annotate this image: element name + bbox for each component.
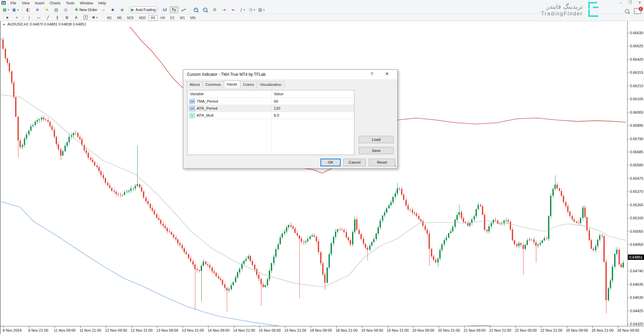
timeframe-w1[interactable]: W1 [178,15,187,21]
price-axis-border [627,21,628,326]
mql5-book-button[interactable]: ▱ [99,6,108,13]
strategy-tester-button[interactable]: ◎ [61,6,70,13]
variable-value[interactable]: 60 [271,98,354,105]
horizontal-line-icon: — [37,15,41,19]
time-tick [106,326,106,328]
terminal-button[interactable]: ▤ [52,6,61,13]
data-window-button[interactable]: ⊕ [33,6,42,13]
input-row-atr_mult[interactable]: ½ATR_Mult8.0 [188,112,354,119]
indicators-list-button[interactable]: ƒ▼ [239,6,247,13]
ok-button[interactable]: OK [320,159,341,166]
time-tick [234,326,234,328]
bar-chart-button[interactable] [160,6,169,13]
minimize-button[interactable]: – [618,0,624,5]
timeframe-h1[interactable]: H1 [149,15,158,21]
brand-text-farsi: تریدینگ فایندر [541,3,583,10]
text-label-tool-button[interactable]: T [81,14,90,21]
tab-about[interactable]: About [187,81,203,88]
time-axis-label: 19 Nov 09:00 [361,328,383,332]
new-chart-button[interactable]: ▦▼ [2,6,10,13]
time-tick [157,326,157,328]
search-icon[interactable] [625,9,629,13]
variable-value[interactable]: 8.0 [271,112,354,119]
timeframe-m30[interactable]: M30 [137,15,148,21]
tab-common[interactable]: Common [202,81,224,88]
timeframe-m15[interactable]: M15 [125,15,136,21]
terminal-icon: ▤ [54,7,58,12]
tab-visualization[interactable]: Visualization [257,81,284,88]
chevron-down-icon[interactable]: ▼ [3,23,5,26]
timeframe-d1[interactable]: D1 [168,15,177,21]
variable-value[interactable]: 120 [271,105,354,112]
price-tick [627,112,629,113]
trend-line-tool-button[interactable]: ╱ [44,14,52,21]
help-button[interactable]: ? [368,71,376,76]
chart-shift-button[interactable]: ⇤ [229,6,238,13]
menu-charts[interactable]: Charts [47,0,63,6]
menu-view[interactable]: View [19,0,33,6]
menu-window[interactable]: Window [77,0,96,6]
templates-button[interactable]: ▧▼ [257,6,266,13]
horizontal-line-tool-button[interactable]: — [34,14,43,21]
menu-file[interactable]: File [8,0,19,6]
text-tool-button[interactable]: A [72,14,81,21]
periods-button[interactable]: ◷▼ [248,6,257,13]
autotrading-button[interactable]: ▶AutoTrading [130,6,157,13]
timeframe-h4[interactable]: H4 [158,15,167,21]
input-row-tma_period[interactable]: 123TMA_Period60 [188,98,354,105]
dropdown-caret-icon: ▼ [96,16,98,19]
tile-windows-icon: ⊞ [213,7,216,12]
resize-grip[interactable] [394,165,397,168]
price-tick [627,205,629,205]
equidistant-channel-tool-button[interactable]: ∥ [53,14,62,21]
cursor-tool-button[interactable]: ➤ [3,14,12,21]
mt4-window: { "menu": {"items": ["File","View","Inse… [0,0,644,334]
restore-button[interactable]: ❐ [627,0,633,5]
navigator-button[interactable]: ★ [43,6,51,13]
price-tick [627,33,629,33]
save-button[interactable]: Save [359,147,394,154]
profiles-button[interactable]: ▣▼ [11,6,20,13]
arrows-tool-button[interactable]: ✥▼ [91,14,99,21]
timeframe-m5[interactable]: M5 [115,15,124,21]
dialog-close-icon[interactable]: ✕ [383,71,391,76]
time-axis-label: 21 Nov 21:00 [489,328,511,332]
timeframe-m1[interactable]: M1 [105,15,114,21]
load-button[interactable]: Load [359,136,394,143]
tab-inputs[interactable]: Inputs [224,80,240,88]
candle-chart-button[interactable] [170,6,179,13]
crosshair-icon: + [16,15,18,19]
auto-scroll-button[interactable]: ⇥ [220,6,229,13]
timeframe-mn[interactable]: MN [188,15,198,21]
menu-help[interactable]: Help [96,0,109,6]
new-order-button[interactable]: ✚New Order [74,6,98,13]
fibonacci-tool-button[interactable]: ≣ [62,14,71,21]
vertical-line-tool-button[interactable]: | [25,14,34,21]
price-axis-label: 0.65160 [630,216,643,220]
time-tick [618,326,618,328]
news-button[interactable]: ◉ [118,6,127,13]
cancel-button[interactable]: Cancel [343,159,366,166]
line-chart-button[interactable] [179,6,188,13]
community-button[interactable]: ☻ [108,6,117,13]
price-tick [627,152,629,152]
close-button[interactable]: ✕ [637,0,643,5]
zoom-out-button[interactable]: − [201,6,210,13]
price-axis-label: 0.65895 [630,123,643,127]
zoom-in-button[interactable]: + [192,6,200,13]
price-axis-label: 0.64425 [630,309,643,313]
menu-items: FileViewInsertChartsToolsWindowHelp [8,1,109,5]
tab-colors[interactable]: Colors [240,81,257,88]
dialog-titlebar[interactable]: Custom Indicator - TMA True MT4 by TFLab… [183,70,397,79]
input-row-atr_period[interactable]: 123ATR_Period120 [188,105,354,112]
reset-button[interactable]: Reset [369,159,395,166]
menu-insert[interactable]: Insert [32,0,47,6]
time-axis-border [0,326,644,326]
chat-icon[interactable]: 1 [634,8,641,14]
tile-windows-button[interactable]: ⊞ [210,6,219,13]
symbol-ohlc-label: ▼AUDUSD,H1 0.64870 0.64881 0.64838 0.648… [3,22,86,26]
market-watch-button[interactable]: ◧ [24,6,33,13]
menu-tools[interactable]: Tools [63,0,77,6]
crosshair-tool-button[interactable]: + [12,14,21,21]
time-tick [80,326,81,328]
